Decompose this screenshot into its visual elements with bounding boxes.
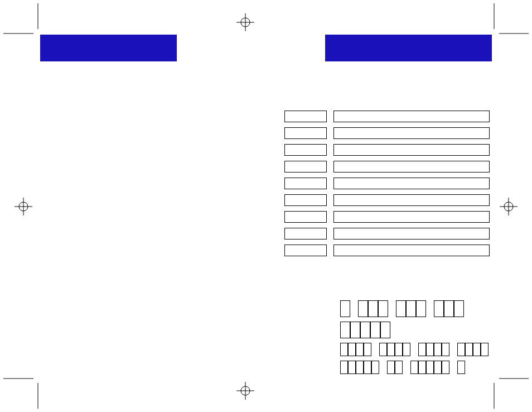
placeholder-char — [356, 343, 364, 356]
placeholder-char — [418, 361, 426, 374]
table-row — [284, 144, 491, 156]
table-cell-key — [284, 228, 327, 239]
placeholder-char — [340, 300, 350, 317]
placeholder-char — [379, 343, 387, 356]
table-row — [284, 194, 491, 206]
table-cell-value — [333, 111, 490, 122]
placeholder-char — [371, 361, 379, 374]
placeholder-char — [410, 361, 418, 374]
placeholder-word — [457, 361, 465, 374]
placeholder-char — [348, 343, 356, 356]
table-cell-value — [333, 144, 490, 156]
placeholder-text-block — [340, 300, 496, 374]
placeholder-char — [442, 361, 449, 374]
table-cell-key — [284, 111, 327, 122]
placeholder-char — [387, 343, 395, 356]
placeholder-char — [465, 343, 473, 356]
placeholder-word — [340, 300, 350, 317]
placeholder-line — [340, 361, 471, 374]
table-cell-value — [333, 178, 490, 189]
placeholder-char — [434, 343, 442, 356]
placeholder-char — [457, 343, 465, 356]
placeholder-char — [395, 343, 403, 356]
table-cell-value — [333, 127, 490, 139]
placeholder-char — [340, 361, 348, 374]
placeholder-char — [364, 361, 371, 374]
placeholder-char — [350, 322, 360, 338]
table-cell-key — [284, 144, 327, 156]
table-row — [284, 178, 491, 189]
table-cell-value — [333, 194, 490, 206]
placeholder-char — [358, 300, 368, 317]
table-row — [284, 127, 491, 139]
placeholder-char — [416, 300, 426, 317]
placeholder-char — [370, 322, 380, 338]
placeholder-word — [340, 361, 379, 374]
placeholder-char — [406, 300, 416, 317]
table-cell-value — [333, 228, 490, 239]
placeholder-word — [340, 322, 390, 338]
table-row — [284, 161, 491, 173]
placeholder-char — [434, 300, 444, 317]
placeholder-char — [348, 361, 356, 374]
placeholder-char — [418, 343, 426, 356]
placeholder-char — [481, 343, 489, 356]
placeholder-char — [378, 300, 388, 317]
placeholder-line — [340, 300, 470, 317]
placeholder-char — [340, 343, 348, 356]
placeholder-word — [358, 300, 388, 317]
data-table — [284, 111, 491, 261]
placeholder-char — [442, 343, 449, 356]
table-cell-value — [333, 211, 490, 223]
placeholder-char — [454, 300, 464, 317]
placeholder-word — [387, 361, 403, 374]
placeholder-char — [364, 343, 371, 356]
placeholder-char — [426, 361, 434, 374]
placeholder-char — [368, 300, 378, 317]
placeholder-char — [426, 343, 434, 356]
placeholder-word — [340, 343, 371, 356]
placeholder-word — [410, 361, 449, 374]
table-cell-key — [284, 178, 327, 189]
placeholder-word — [434, 300, 464, 317]
table-cell-value — [333, 161, 490, 173]
placeholder-word — [379, 343, 410, 356]
placeholder-word — [396, 300, 426, 317]
table-cell-key — [284, 194, 327, 206]
placeholder-char — [457, 361, 465, 374]
table-row — [284, 245, 491, 256]
placeholder-word — [418, 343, 449, 356]
table-row — [284, 228, 491, 239]
table-cell-key — [284, 245, 327, 256]
table-row — [284, 211, 491, 223]
table-cell-key — [284, 127, 327, 139]
header-bar-right — [325, 35, 492, 61]
placeholder-char — [403, 343, 410, 356]
placeholder-char — [387, 361, 395, 374]
placeholder-word — [457, 343, 489, 356]
placeholder-char — [396, 300, 406, 317]
placeholder-char — [444, 300, 454, 317]
placeholder-line — [340, 343, 494, 356]
table-cell-key — [284, 161, 327, 173]
placeholder-char — [395, 361, 403, 374]
table-cell-key — [284, 211, 327, 223]
placeholder-char — [434, 361, 442, 374]
header-bar-left — [40, 35, 177, 61]
placeholder-char — [380, 322, 390, 338]
placeholder-char — [360, 322, 370, 338]
table-cell-value — [333, 245, 490, 256]
placeholder-char — [473, 343, 481, 356]
table-row — [284, 111, 491, 122]
placeholder-char — [340, 322, 350, 338]
placeholder-char — [356, 361, 364, 374]
placeholder-line — [340, 322, 396, 338]
